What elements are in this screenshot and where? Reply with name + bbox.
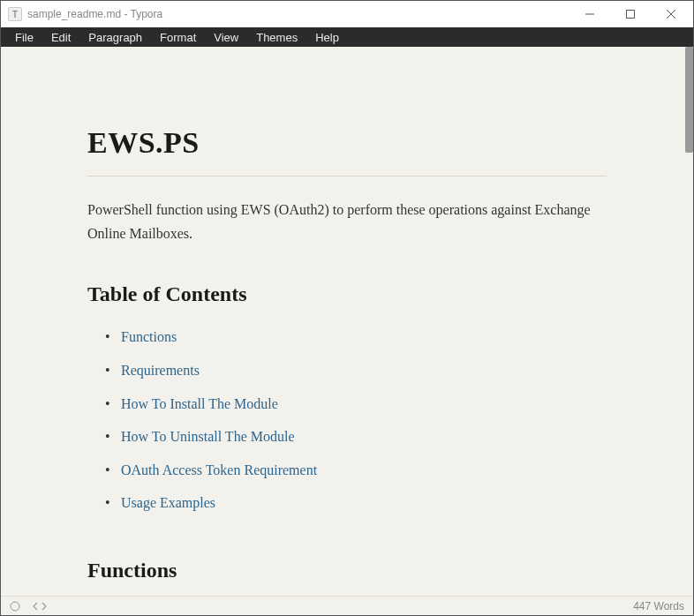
toc-link-oauth[interactable]: OAuth Access Token Requirement	[121, 462, 317, 477]
svg-point-4	[11, 602, 19, 611]
list-item[interactable]: Functions	[121, 320, 607, 354]
heading-functions[interactable]: Functions	[87, 559, 607, 582]
source-code-mode-icon[interactable]	[33, 601, 47, 612]
list-item[interactable]: Requirements	[121, 354, 607, 387]
app-icon: T	[8, 7, 22, 21]
word-count[interactable]: 447 Words	[633, 600, 684, 612]
toc-link-usage[interactable]: Usage Examples	[121, 495, 215, 510]
scrollbar-thumb[interactable]	[685, 47, 693, 153]
menu-edit[interactable]: Edit	[42, 29, 79, 46]
editor-viewport[interactable]: EWS.PS PowerShell function using EWS (OA…	[1, 47, 693, 596]
menu-help[interactable]: Help	[306, 29, 348, 46]
menu-paragraph[interactable]: Paragraph	[79, 29, 151, 46]
list-item[interactable]: OAuth Access Token Requirement	[121, 454, 607, 487]
svg-rect-1	[627, 11, 635, 19]
titlebar: T sample_readme.md - Typora	[1, 1, 693, 27]
toc-link-requirements[interactable]: Requirements	[121, 363, 200, 378]
toc-link-uninstall[interactable]: How To Uninstall The Module	[121, 429, 295, 444]
toc-link-install[interactable]: How To Install The Module	[121, 396, 278, 411]
window-title: sample_readme.md - Typora	[27, 8, 162, 20]
statusbar: 447 Words	[1, 596, 693, 615]
toc-heading[interactable]: Table of Contents	[87, 282, 607, 306]
outline-toggle-icon[interactable]	[10, 601, 20, 612]
toc-link-functions[interactable]: Functions	[121, 329, 177, 344]
menu-format[interactable]: Format	[151, 29, 205, 46]
heading-rule	[87, 176, 607, 177]
menubar: File Edit Paragraph Format View Themes H…	[1, 27, 693, 47]
list-item[interactable]: How To Install The Module	[121, 387, 607, 421]
list-item[interactable]: Usage Examples	[121, 486, 607, 520]
menu-view[interactable]: View	[205, 29, 247, 46]
intro-paragraph[interactable]: PowerShell function using EWS (OAuth2) t…	[87, 198, 607, 245]
document-content[interactable]: EWS.PS PowerShell function using EWS (OA…	[1, 47, 693, 596]
scrollbar-track[interactable]	[683, 47, 693, 596]
menu-themes[interactable]: Themes	[247, 29, 306, 46]
close-button[interactable]	[651, 1, 691, 27]
toc-list: Functions Requirements How To Install Th…	[87, 320, 607, 520]
list-item[interactable]: How To Uninstall The Module	[121, 420, 607, 454]
minimize-button[interactable]	[570, 1, 610, 27]
maximize-button[interactable]	[610, 1, 651, 27]
heading-1[interactable]: EWS.PS	[87, 126, 607, 160]
menu-file[interactable]: File	[6, 29, 42, 46]
